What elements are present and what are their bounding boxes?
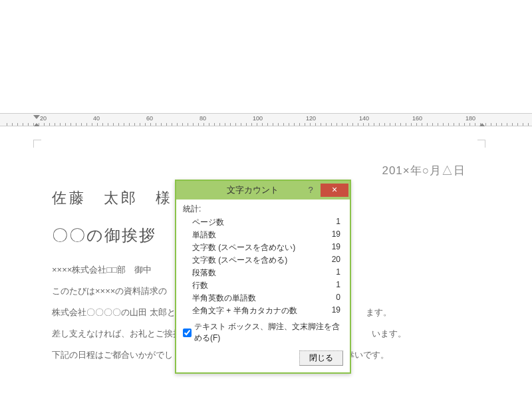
date-text[interactable]: 201×年○月△日 xyxy=(33,163,466,178)
ruler-tick xyxy=(517,123,518,126)
ruler-tick xyxy=(257,123,257,126)
first-line-indent-marker[interactable] xyxy=(33,115,40,119)
include-textbox-input[interactable] xyxy=(183,329,192,337)
ruler-number: 180 xyxy=(466,115,475,122)
ruler-tick xyxy=(118,123,119,126)
dialog-titlebar[interactable]: 文字カウント ? × xyxy=(176,181,350,200)
ruler-tick xyxy=(422,123,422,126)
checkbox-label: テキスト ボックス、脚注、文末脚注を含める(F) xyxy=(194,321,343,344)
include-textbox-checkbox[interactable]: テキスト ボックス、脚注、文末脚注を含める(F) xyxy=(183,321,343,344)
stat-label: 行数 xyxy=(192,280,208,291)
ruler-tick xyxy=(70,123,71,126)
ruler-tick xyxy=(60,123,61,126)
ruler-tick xyxy=(475,123,475,126)
ruler-tick xyxy=(448,123,449,126)
ruler-tick xyxy=(480,123,481,126)
ruler-tick xyxy=(321,123,321,126)
stat-value: 0 xyxy=(321,293,340,304)
ruler-number: 80 xyxy=(200,115,206,122)
ruler-tick xyxy=(299,123,300,126)
stat-label: 半角英数の単語数 xyxy=(192,293,256,304)
stat-row-chars-no-space: 文字数 (スペースを含めない)19 xyxy=(183,241,343,254)
ruler-tick xyxy=(379,123,380,126)
ruler-tick xyxy=(507,123,507,126)
horizontal-ruler[interactable]: 20406080100120140160180 xyxy=(0,113,532,126)
stat-label: 単語数 xyxy=(192,229,216,241)
ruler-tick xyxy=(496,123,497,126)
ruler-tick xyxy=(469,123,470,126)
ruler-tick xyxy=(124,123,124,126)
ruler-tick xyxy=(443,123,444,126)
ruler-tick xyxy=(166,123,167,126)
stat-label: 文字数 (スペースを含める) xyxy=(192,255,287,266)
ruler-tick xyxy=(172,123,172,126)
ruler-tick xyxy=(230,123,231,126)
ruler-tick xyxy=(289,123,289,126)
stats-table: ページ数1 単語数19 文字数 (スペースを含めない)19 文字数 (スペースを… xyxy=(183,216,343,317)
dialog-title: 文字カウント xyxy=(203,184,302,196)
ruler-tick xyxy=(134,123,135,126)
ruler-tick xyxy=(23,123,23,126)
ruler-tick xyxy=(161,123,162,126)
blank-area xyxy=(0,0,532,113)
ruler-tick xyxy=(108,123,108,126)
ruler-tick xyxy=(81,123,82,126)
ruler-tick xyxy=(390,123,390,126)
ruler-tick xyxy=(28,123,29,126)
ruler-tick xyxy=(342,123,342,126)
ruler-tick xyxy=(459,123,460,126)
ruler-tick xyxy=(140,123,140,126)
ruler-tick xyxy=(55,123,55,126)
ruler-tick xyxy=(49,123,50,126)
ruler-tick xyxy=(454,123,454,126)
ruler-tick xyxy=(209,123,209,126)
ruler-tick xyxy=(326,123,327,126)
ruler-tick xyxy=(267,123,268,126)
ruler-tick xyxy=(177,123,178,126)
ruler-number: 40 xyxy=(93,115,100,122)
ruler-tick xyxy=(97,123,98,126)
ruler-tick xyxy=(384,123,385,126)
ruler-tick xyxy=(156,123,156,126)
ruler-tick xyxy=(129,123,130,126)
ruler-tick xyxy=(198,123,199,126)
word-count-dialog: 文字カウント ? × 統計: ページ数1 単語数19 文字数 (スペースを含めな… xyxy=(175,180,351,374)
ruler-tick xyxy=(219,123,220,126)
ruler-number: 60 xyxy=(146,115,153,122)
stat-label: 文字数 (スペースを含めない) xyxy=(192,242,295,253)
stat-row-fullwidth-chars: 全角文字 + 半角カタカナの数19 xyxy=(183,305,343,317)
ruler-tick xyxy=(241,123,241,126)
stat-value: 19 xyxy=(321,242,340,253)
ruler-tick xyxy=(411,123,412,126)
ruler-tick xyxy=(395,123,396,126)
close-icon[interactable]: × xyxy=(321,184,348,197)
ruler-tick xyxy=(76,123,76,126)
ruler-tick xyxy=(358,123,358,126)
ruler-tick xyxy=(336,123,337,126)
ruler-tick xyxy=(416,123,417,126)
ruler-tick xyxy=(363,123,364,126)
stat-value: 1 xyxy=(321,267,340,279)
page-margin-corner-tr xyxy=(477,140,485,148)
ruler-tick xyxy=(491,123,491,126)
help-button[interactable]: ? xyxy=(302,184,319,197)
ruler-tick xyxy=(251,123,252,126)
close-button[interactable]: 閉じる xyxy=(299,350,343,366)
dialog-footer: 閉じる xyxy=(183,350,343,366)
ruler-tick xyxy=(39,123,39,126)
stat-value: 1 xyxy=(321,217,340,228)
stat-row-halfwidth-words: 半角英数の単語数0 xyxy=(183,292,343,305)
stat-row-chars-space: 文字数 (スペースを含める)20 xyxy=(183,254,343,267)
ruler-tick xyxy=(485,123,486,126)
ruler-tick xyxy=(65,123,66,126)
ruler-tick xyxy=(203,123,204,126)
ruler-tick xyxy=(406,123,406,126)
ruler-tick xyxy=(262,123,263,126)
ruler-tick xyxy=(150,123,151,126)
ruler-tick xyxy=(464,123,465,126)
ruler-tick xyxy=(427,123,428,126)
ruler-tick xyxy=(214,123,215,126)
ruler-number: 160 xyxy=(412,115,422,122)
ruler-tick xyxy=(400,123,401,126)
ruler-tick xyxy=(347,123,348,126)
